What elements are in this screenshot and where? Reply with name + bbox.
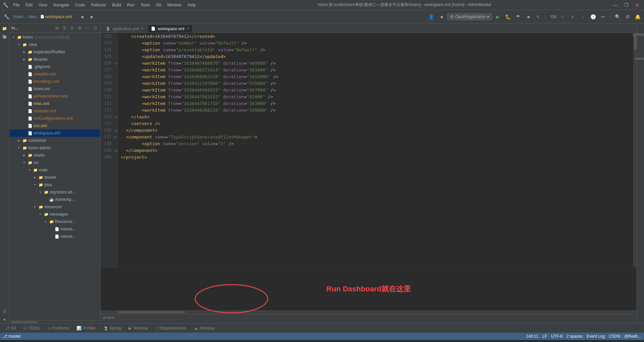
menu-item-edit[interactable]: Edit (23, 2, 35, 8)
tree-modules-xml[interactable]: 📄 modules.xml (9, 107, 100, 115)
h-scrollbar[interactable] (101, 310, 637, 314)
git-tick-button[interactable]: ✔ (569, 12, 577, 21)
tree-resource-folder[interactable]: 📁 Resource... (9, 218, 100, 225)
position-indicator[interactable]: 140:11 (526, 334, 538, 339)
tree-idea-folder[interactable]: 📁 .idea (9, 41, 100, 48)
expand-button[interactable]: ⤡ (534, 12, 542, 21)
menu-item-window[interactable]: Window (164, 2, 184, 8)
menu-item-refactor[interactable]: Refactor (88, 2, 109, 8)
tree-main-folder[interactable]: 📁 main (9, 166, 100, 174)
learn-tool-button[interactable]: 📚 (1, 33, 8, 40)
v-scrollbar[interactable]: ✓ (633, 33, 637, 267)
tab-application-yml[interactable]: 🍃 application.yml ✕ (102, 24, 147, 33)
panel-list-btn[interactable]: ☰ (61, 25, 68, 31)
menu-item-git[interactable]: Git (153, 2, 164, 8)
tree-docker-folder[interactable]: 📁 docker (9, 174, 100, 181)
menu-item-navigate[interactable]: Navigate (51, 2, 72, 8)
tree-hzero-iml[interactable]: 📄 hzero.iml (9, 85, 100, 93)
line-num-133: 133 (101, 108, 113, 112)
git-check-button[interactable]: ✓ (558, 12, 567, 21)
run-button[interactable]: ▶ (493, 12, 502, 21)
user-icon[interactable]: 👤 (427, 12, 436, 21)
menu-item-view[interactable]: View (36, 2, 50, 8)
forward-button[interactable]: ► (88, 12, 96, 21)
tree-hzero-admin-folder[interactable]: 📁 hzero-admin (9, 144, 100, 152)
git-undo-button[interactable]: ↩ (599, 12, 607, 21)
run-config-selector[interactable]: ⚙ OauthApplication ▾ (447, 13, 492, 20)
bottom-tab-git[interactable]: ⎇ Git (1, 324, 19, 332)
tree-adminap-file[interactable]: ☕ AdminAp... (9, 196, 100, 203)
menu-item-build[interactable]: Build (109, 2, 124, 8)
panel-minimize-btn[interactable]: — (84, 25, 91, 31)
tree-messages-folder[interactable]: 📁 messages (9, 211, 100, 218)
bottom-tab-dependencies[interactable]: ⬡ Dependencies (152, 324, 190, 332)
event-log-button[interactable]: Event Log (587, 334, 605, 339)
settings-button[interactable]: ⚙ (623, 12, 632, 21)
tree-root-hzero[interactable]: 📁 hzero E:\code\hzero考核\案... (9, 34, 100, 41)
tree-runconfig-xml[interactable]: 📄 runConfigurations.xml (9, 115, 100, 122)
back-button[interactable]: ◄ (77, 12, 86, 21)
menu-item-run[interactable]: Run (124, 2, 137, 8)
tree-gitignore-file[interactable]: 📄 .gitignore (9, 63, 100, 70)
tree-messa-file1[interactable]: 📄 messa... (9, 225, 100, 233)
maven-panel-tab[interactable]: Maven (637, 51, 644, 66)
bottom-tab-terminal[interactable]: ▶ Terminal (125, 324, 151, 332)
code-editor[interactable]: <created>1638407879412</created> <option… (118, 33, 633, 267)
bottom-tab-services[interactable]: ☁ Services (190, 324, 219, 332)
menu-item-tools[interactable]: Tools (138, 2, 153, 8)
tree-jar-xml[interactable]: 📄 jarRepositories.xml (9, 93, 100, 100)
indent-indicator[interactable]: 2 spaces (567, 334, 583, 339)
notification-button[interactable]: 🔔 (633, 12, 642, 21)
favorites-tool-button[interactable]: ★ (1, 316, 8, 323)
tab-workspace-xml[interactable]: 📄 workspace.xml ✕ (147, 24, 193, 33)
breadcrumb-hzero[interactable]: hzero (13, 14, 23, 19)
tree-charts-folder[interactable]: 📁 charts (9, 152, 100, 159)
tree-inspection-folder[interactable]: 📁 inspectionProfiles (9, 48, 100, 56)
tree-orghzero-folder[interactable]: 📁 org.hzero.ad... (9, 188, 100, 196)
tree-libraries-folder[interactable]: 📁 libraries (9, 56, 100, 63)
bottom-tab-spring[interactable]: 🍃 Spring (100, 324, 125, 332)
coverage-button[interactable]: ☂ (514, 12, 522, 21)
panel-expand-btn[interactable]: ⊞ (54, 25, 60, 31)
tab-close-button[interactable]: ✕ (186, 27, 189, 31)
tree-messa-file2[interactable]: 📄 messa... (9, 233, 100, 240)
structure-tool-button[interactable]: ☰ (1, 308, 8, 315)
bottom-tab-problems[interactable]: ⚠ Problems (44, 324, 73, 332)
menu-item-help[interactable]: Help (185, 2, 199, 8)
maximize-button[interactable]: ❐ (622, 2, 631, 8)
tree-workspace-xml[interactable]: 📄 workspace.xml (9, 129, 100, 137)
tree-customize-folder[interactable]: 📁 customize (9, 137, 100, 144)
search-button[interactable]: 🔍 (613, 12, 622, 21)
menu-item-code[interactable]: Code (72, 2, 88, 8)
nav-right-button[interactable]: ◄ (524, 12, 532, 21)
panel-gear-btn[interactable]: ⊡ (92, 25, 98, 31)
project-tool-button[interactable]: 📁 (1, 25, 8, 32)
tree-misc-xml[interactable]: 📄 misc.xml (9, 100, 100, 107)
bottom-tab-todo[interactable]: ☑ TODO (20, 324, 43, 332)
encoding-indicator[interactable]: UTF-8 (551, 334, 562, 339)
panel-settings-btn[interactable]: ⚙ (76, 25, 83, 31)
tab-close-button[interactable]: ✕ (141, 27, 144, 31)
git-clock-button[interactable]: 🕐 (589, 12, 597, 21)
panel-sort-btn[interactable]: ⇅ (69, 25, 75, 31)
git-branch-status[interactable]: ⎇ master (3, 334, 21, 339)
nav-left-button[interactable]: ◄ (437, 12, 446, 21)
tree-h-scrollbar[interactable] (9, 321, 100, 323)
menu-item-file[interactable]: File (10, 2, 22, 8)
minimize-button[interactable]: — (611, 2, 620, 8)
tree-resources-folder[interactable]: 📁 resources (9, 203, 100, 211)
breadcrumb-idea[interactable]: .idea (28, 14, 36, 19)
bottom-tab-profiler[interactable]: 📊 Profiler (73, 324, 99, 332)
tree-src-folder[interactable]: 📁 src (9, 159, 100, 166)
breadcrumb-file[interactable]: 📄 workspace.xml (40, 14, 72, 19)
main-area: 📁 📚 ☰ ★ Pr... ⊞ ☰ ⇅ ⚙ — ⊡ 📁 hzero E:\cod… (0, 23, 644, 323)
tree-vcs-xml[interactable]: 📄 vcs.xml (9, 122, 100, 129)
tree-compiler-xml[interactable]: 📄 compiler.xml (9, 70, 100, 78)
git-push-button[interactable]: ↑ (579, 12, 587, 21)
line-sep-indicator[interactable]: LF (542, 334, 547, 339)
tree-encodings-xml[interactable]: 📄 encodings.xml (9, 78, 100, 85)
database-panel-tab[interactable]: Database (637, 25, 644, 45)
tree-java-folder[interactable]: 📁 java (9, 181, 100, 188)
close-button[interactable]: ✕ (633, 2, 641, 8)
debug-button[interactable]: 🐛 (503, 12, 512, 21)
